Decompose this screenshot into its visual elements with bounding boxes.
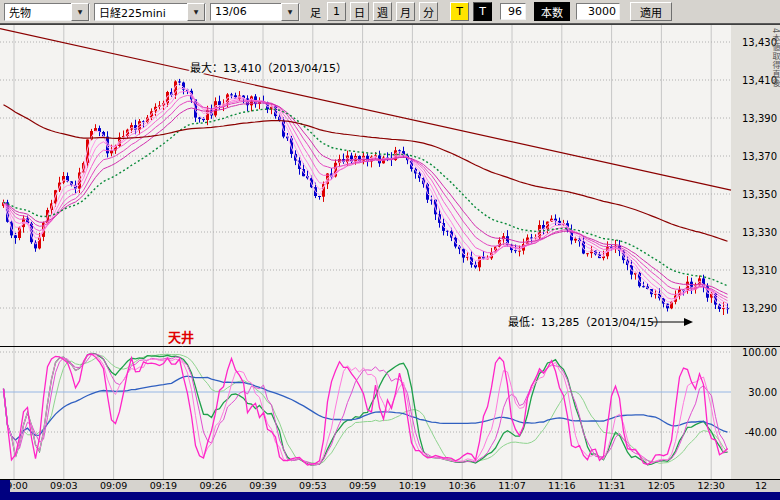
ashi-label: 足 xyxy=(310,4,321,20)
bars-count-input[interactable]: 3000 xyxy=(576,3,620,20)
price-tick-label: 13,310 xyxy=(742,265,777,276)
time-tick-label: 09:53 xyxy=(299,480,326,491)
period-minute-button[interactable]: 分 xyxy=(419,2,438,21)
price-and-oscillator-chart[interactable]: 13,43013,41013,39013,37013,35013,33013,3… xyxy=(0,24,780,492)
period-week-button[interactable]: 週 xyxy=(373,2,392,21)
symbol-select-value: 日経225mini xyxy=(99,4,185,20)
time-tick-label: 11:31 xyxy=(598,480,625,491)
period-month-button[interactable]: 月 xyxy=(396,2,415,21)
time-tick-label: 10:36 xyxy=(449,480,476,491)
ceiling-annotation: 天井 xyxy=(168,330,194,345)
symbol-select[interactable]: 日経225mini ▼ xyxy=(94,3,206,21)
price-tick-label: 13,290 xyxy=(742,303,777,314)
toolbar: 先物 ▼ 日経225mini ▼ 13/06 ▼ 足 1 日 週 月 分 T T… xyxy=(0,0,780,24)
time-tick-label: 12 xyxy=(755,480,767,491)
chevron-down-icon[interactable]: ▼ xyxy=(187,3,205,21)
price-tick-label: 13,370 xyxy=(742,151,777,162)
time-tick-label: 10:19 xyxy=(399,480,426,491)
price-tick-label: 13,350 xyxy=(742,189,777,200)
oscillator-tick-label: -40.00 xyxy=(745,427,777,438)
bars-label-button[interactable]: 本数 xyxy=(534,2,570,21)
chart-window: 先物 ▼ 日経225mini ▼ 13/06 ▼ 足 1 日 週 月 分 T T… xyxy=(0,0,780,500)
bottom-scrollbar[interactable] xyxy=(0,492,780,500)
time-tick-label: 09:19 xyxy=(150,480,177,491)
chevron-down-icon[interactable]: ▼ xyxy=(71,3,89,21)
oscillator-tick-label: 100.00 xyxy=(742,347,777,358)
time-tick-label: 09:09 xyxy=(100,480,127,491)
price-tick-label: 13,330 xyxy=(742,227,777,238)
time-tick-label: 09:03 xyxy=(50,480,77,491)
time-tick-label: 12:05 xyxy=(648,480,675,491)
max-annotation: 最大：13,410（2013/04/15） xyxy=(190,61,347,75)
time-tick-label: 12:30 xyxy=(698,480,725,491)
time-tick-label: 11:07 xyxy=(498,480,525,491)
time-tick-label: 09:39 xyxy=(249,480,276,491)
tick-mode-button[interactable]: T xyxy=(473,2,492,21)
tick-toggle-active-button[interactable]: T xyxy=(450,2,469,21)
period-day-button[interactable]: 日 xyxy=(350,2,369,21)
min-annotation: 最低：13,285（2013/04/15） xyxy=(508,316,665,329)
tick-count-input[interactable]: 96 xyxy=(500,3,526,20)
oscillator-tick-label: 30.00 xyxy=(748,387,777,398)
bottom-left-marker xyxy=(0,480,10,492)
right-edge-vertical-label: 4本値取得直後 xyxy=(771,28,779,88)
chevron-down-icon[interactable]: ▼ xyxy=(281,3,299,21)
chart-area[interactable]: 13,43013,41013,39013,37013,35013,33013,3… xyxy=(0,24,780,492)
time-tick-label: 09:59 xyxy=(349,480,376,491)
time-tick-label: 11:16 xyxy=(548,480,575,491)
contract-month-select[interactable]: 13/06 ▼ xyxy=(210,3,300,21)
apply-button[interactable]: 適用 xyxy=(630,2,672,21)
price-tick-label: 13,390 xyxy=(742,113,777,124)
time-tick-label: 09:26 xyxy=(200,480,227,491)
contract-month-value: 13/06 xyxy=(215,5,279,18)
category-select-value: 先物 xyxy=(9,4,69,20)
category-select[interactable]: 先物 ▼ xyxy=(4,3,90,21)
period-1min-button[interactable]: 1 xyxy=(327,2,346,21)
